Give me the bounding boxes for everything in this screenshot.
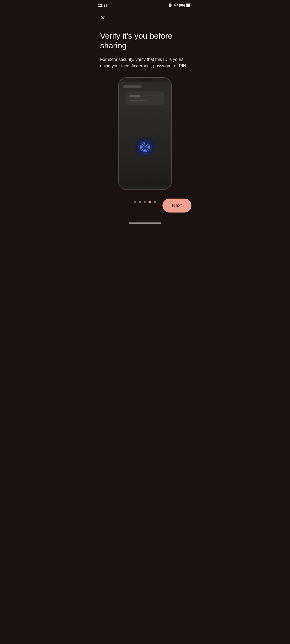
close-button[interactable]: [98, 13, 108, 23]
screen-card-line1: [129, 95, 140, 97]
side-btn-1: [171, 102, 172, 109]
svg-point-9: [144, 147, 146, 148]
status-icons: HD: [168, 3, 192, 8]
hd-badge: HD: [179, 4, 185, 7]
page-description: For extra security, verify that this ID …: [100, 56, 190, 69]
dot-1: [134, 201, 136, 203]
screen-header: [119, 82, 171, 108]
screen-title-bar: [123, 85, 142, 88]
svg-rect-0: [169, 3, 171, 7]
status-time: 12:33: [98, 3, 108, 8]
phone-speaker: [142, 79, 153, 81]
phone-camera: [137, 79, 140, 81]
screen-card-line2: [129, 100, 148, 101]
page-title: Verify it's you before sharing: [100, 31, 190, 50]
svg-rect-1: [169, 4, 169, 6]
phone-illustration: [93, 77, 197, 190]
dot-2: [139, 201, 141, 203]
dot-4-active: [148, 201, 151, 203]
svg-point-3: [176, 6, 176, 7]
dot-5: [154, 201, 156, 203]
next-button[interactable]: Next: [162, 199, 191, 213]
side-btn-2: [171, 112, 172, 119]
status-bar: 12:33 HD: [93, 0, 197, 10]
vibrate-icon: [168, 3, 172, 8]
wifi-icon: [174, 3, 178, 8]
phone-bottom-bar: [119, 186, 171, 189]
close-icon: [100, 15, 106, 21]
side-buttons: [171, 102, 172, 119]
dot-3: [144, 201, 146, 203]
phone-top-bar: [119, 78, 171, 82]
main-content: Verify it's you before sharing For extra…: [93, 26, 197, 69]
screen-lower: [119, 108, 171, 186]
phone-mockup: [118, 77, 172, 190]
svg-rect-2: [171, 4, 172, 6]
phone-screen: [119, 82, 171, 186]
home-indicator: [129, 222, 161, 224]
screen-card: [126, 92, 164, 105]
battery-icon: [186, 3, 192, 7]
fingerprint-area: [135, 137, 155, 157]
svg-rect-5: [186, 4, 190, 7]
fingerprint-icon: [138, 140, 152, 154]
